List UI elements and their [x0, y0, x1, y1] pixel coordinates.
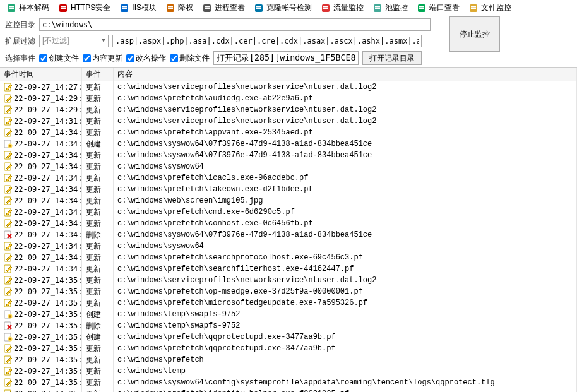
table-row[interactable]: 22-09-27_14:35:43更新c:\windows\prefetch	[0, 354, 577, 365]
table-row[interactable]: 22-09-27_14:34:07更新c:\windows\prefetch\a…	[0, 127, 577, 138]
toolbar-item-label: 降权	[178, 3, 193, 13]
toolbar-iis-module[interactable]: IIS模块	[116, 1, 160, 15]
cell-content: c:\windows\serviceprofiles\networkservic…	[114, 104, 577, 116]
open-log-dir-button[interactable]: 打开记录目录	[362, 51, 422, 65]
toolbar-item-label: 样本解码	[19, 3, 49, 13]
cell-time: 22-09-27_14:35:40	[14, 310, 82, 319]
cell-content: c:\windows\prefetch\takeown.exe-d2f1bdee…	[114, 184, 577, 195]
table-row[interactable]: 22-09-27_14:34:54更新c:\windows\prefetch\s…	[0, 252, 577, 263]
cell-time: 22-09-27_14:34:54	[14, 253, 82, 262]
cell-content: c:\windows\syswow64	[114, 241, 577, 252]
toolbar-sample-decode[interactable]: 样本解码	[3, 1, 53, 15]
header-event[interactable]: 事件	[82, 68, 114, 81]
event-table: 事件时间 事件 内容 22-09-27_14:27:14更新c:\windows…	[0, 67, 577, 392]
edit-icon	[4, 105, 13, 114]
table-row[interactable]: 22-09-27_14:34:08更新c:\windows\prefetch\c…	[0, 218, 577, 229]
cell-time: 22-09-27_14:35:40	[14, 321, 82, 330]
svg-rect-29	[471, 8, 476, 9]
toolbar-item-label: IIS模块	[132, 3, 157, 13]
new-file-icon	[4, 140, 13, 148]
svg-rect-4	[61, 6, 66, 8]
table-row[interactable]: 22-09-27_14:35:39更新c:\windows\prefetch\o…	[0, 286, 577, 297]
table-row[interactable]: 22-09-27_14:34:08更新c:\windows\prefetch\t…	[0, 184, 577, 195]
monitor-dir-label: 监控目录	[5, 20, 35, 30]
cell-content: c:\windows\prefetch\searchfilterhost.exe…	[114, 263, 577, 275]
cell-content: c:\windows\prefetch\qqprotectupd.exe-347…	[114, 331, 577, 343]
svg-rect-13	[205, 6, 210, 8]
cell-time: 22-09-27_14:34:08	[14, 230, 82, 239]
table-row[interactable]: 22-09-27_14:34:08更新c:\windows\web\screen…	[0, 195, 577, 206]
toolbar-privilege[interactable]: 降权	[162, 1, 197, 15]
cell-content: c:\windows\serviceprofiles\networkservic…	[114, 275, 577, 286]
toolbar-process-view[interactable]: 进程查看	[198, 1, 249, 15]
toolbar-item-label: HTTPS安全	[71, 3, 110, 13]
cell-content: c:\windows\prefetch\conhost.exe-0c6456fb…	[114, 218, 577, 229]
log-record-input[interactable]	[213, 51, 359, 65]
new-file-icon	[4, 310, 13, 319]
cell-time: 22-09-27_14:34:08	[14, 140, 82, 148]
clone-account-icon	[254, 3, 264, 13]
cell-content: c:\windows\prefetch\op-msedge.exe-37d25f…	[114, 286, 577, 297]
edit-icon	[4, 355, 13, 364]
table-row[interactable]: 22-09-27_14:34:08删除c:\windows\syswow64\0…	[0, 229, 577, 241]
edit-icon	[4, 253, 13, 262]
edit-icon	[4, 151, 13, 160]
toolbar-https-security[interactable]: HTTPS安全	[54, 1, 114, 15]
table-row[interactable]: 22-09-27_14:34:17更新c:\windows\syswow64	[0, 241, 577, 252]
table-row[interactable]: 22-09-27_14:29:09更新c:\windows\prefetch\a…	[0, 93, 577, 104]
table-row[interactable]: 22-09-27_14:34:08更新c:\windows\prefetch\c…	[0, 206, 577, 218]
header-content[interactable]: 内容	[114, 68, 577, 81]
edit-icon	[4, 367, 13, 376]
edit-icon	[4, 299, 13, 307]
toolbar-port-view[interactable]: 端口查看	[413, 1, 463, 15]
toolbar-item-label: 流量监控	[333, 3, 364, 13]
toolbar-pool-monitor[interactable]: 池监控	[369, 1, 412, 15]
table-row[interactable]: 22-09-27_14:35:40创建c:\windows\temp\swapf…	[0, 309, 577, 320]
table-row[interactable]: 22-09-27_14:27:14更新c:\windows\servicepro…	[0, 81, 577, 93]
toolbar-traffic-monitor[interactable]: 流量监控	[317, 1, 367, 15]
toolbar-file-monitor[interactable]: 文件监控	[465, 1, 515, 15]
table-row[interactable]: 22-09-27_14:35:14更新c:\windows\servicepro…	[0, 275, 577, 286]
header-time[interactable]: 事件时间	[0, 68, 82, 81]
table-row[interactable]: 22-09-27_14:34:08更新c:\windows\syswow64	[0, 161, 577, 172]
toolbar-clone-account[interactable]: 克隆帐号检测	[250, 1, 316, 15]
checkbox-content-update[interactable]: 内容更新	[83, 53, 122, 64]
cell-content: c:\windows\prefetch\icacls.exe-96acdebc.…	[114, 172, 577, 184]
cell-content: c:\windows\temp	[114, 365, 577, 377]
table-row[interactable]: 22-09-27_14:34:08更新c:\windows\syswow64\0…	[0, 150, 577, 161]
stop-monitor-button[interactable]: 停止监控	[449, 16, 500, 52]
toolbar-item-label: 文件监控	[481, 3, 511, 13]
table-row[interactable]: 22-09-27_14:35:39更新c:\windows\prefetch\m…	[0, 297, 577, 309]
table-row[interactable]: 22-09-27_14:34:54更新c:\windows\prefetch\s…	[0, 263, 577, 275]
checkbox-delete-file[interactable]: 删除文件	[170, 53, 210, 64]
port-view-icon	[417, 3, 427, 13]
cell-content: c:\windows\syswow64	[114, 161, 577, 172]
table-row[interactable]: 22-09-27_14:35:40删除c:\windows\temp\swapf…	[0, 320, 577, 331]
table-row[interactable]: 22-09-27_14:35:41更新c:\windows\prefetch\q…	[0, 343, 577, 354]
table-row[interactable]: 22-09-27_14:35:49更新c:\windows\prefetch\i…	[0, 388, 577, 392]
edit-icon	[4, 94, 13, 103]
iis-module-icon	[119, 3, 129, 13]
edit-icon	[4, 128, 13, 137]
table-row[interactable]: 22-09-27_14:35:48更新c:\windows\syswow64\c…	[0, 377, 577, 388]
svg-rect-8	[122, 8, 127, 9]
ext-filter-select[interactable]: [不过滤]	[39, 35, 109, 47]
cell-time: 22-09-27_14:34:08	[14, 151, 82, 160]
table-row[interactable]: 22-09-27_14:34:08更新c:\windows\prefetch\i…	[0, 172, 577, 184]
ext-filter-input[interactable]	[112, 35, 422, 47]
cell-content: c:\windows\prefetch\searchprotocolhost.e…	[114, 252, 577, 263]
table-row[interactable]: 22-09-27_14:35:41创建c:\windows\prefetch\q…	[0, 331, 577, 343]
checkbox-rename[interactable]: 改名操作	[126, 53, 166, 64]
table-row[interactable]: 22-09-27_14:35:48更新c:\windows\temp	[0, 365, 577, 377]
cell-time: 22-09-27_14:35:14	[14, 276, 82, 285]
svg-rect-5	[61, 8, 66, 9]
svg-rect-26	[419, 8, 424, 9]
checkbox-create-file[interactable]: 创建文件	[39, 53, 79, 64]
table-row[interactable]: 22-09-27_14:29:14更新c:\windows\servicepro…	[0, 104, 577, 116]
monitor-dir-input[interactable]	[39, 18, 431, 31]
file-monitor-icon	[468, 3, 479, 13]
table-row[interactable]: 22-09-27_14:31:14更新c:\windows\servicepro…	[0, 116, 577, 127]
edit-icon	[4, 174, 13, 182]
table-row[interactable]: 22-09-27_14:34:08创建c:\windows\syswow64\0…	[0, 138, 577, 150]
cell-content: c:\windows\syswow64\07f3976e-47d9-4138-a…	[114, 229, 577, 241]
